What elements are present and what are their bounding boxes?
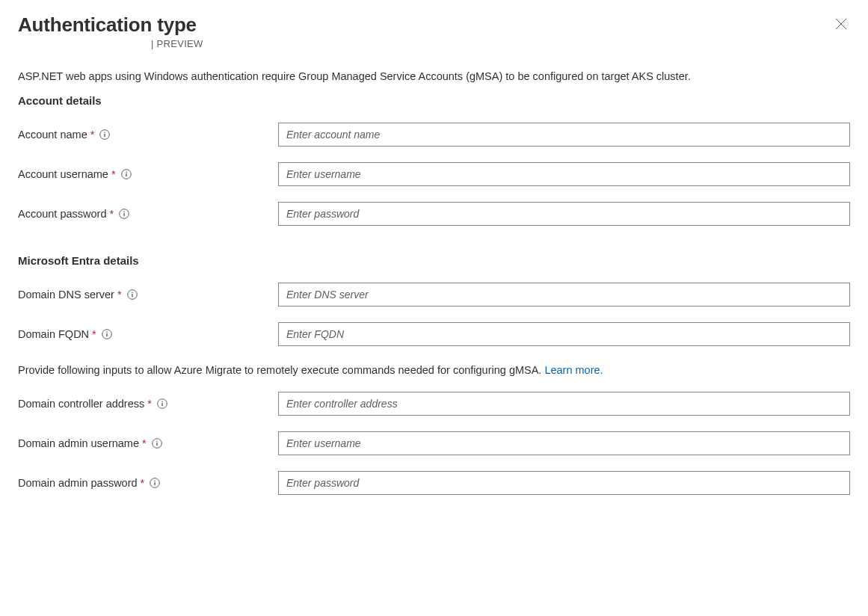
required-marker: * xyxy=(109,208,114,220)
info-icon[interactable] xyxy=(150,478,160,488)
required-marker: * xyxy=(90,129,95,141)
domain-dns-input[interactable] xyxy=(278,283,850,307)
svg-point-16 xyxy=(161,401,163,403)
domain-admin-username-input[interactable] xyxy=(278,431,850,455)
svg-point-22 xyxy=(154,481,156,482)
domain-admin-password-input[interactable] xyxy=(278,471,850,495)
label-account-username: Account username xyxy=(18,168,108,180)
label-account-name: Account name xyxy=(18,129,87,141)
info-icon[interactable] xyxy=(119,209,129,219)
domain-fqdn-input[interactable] xyxy=(278,322,850,346)
page-title: Authentication type xyxy=(18,13,203,37)
learn-more-link[interactable]: Learn more. xyxy=(544,364,603,376)
row-domain-admin-password: Domain admin password * xyxy=(18,471,850,495)
svg-point-10 xyxy=(132,292,133,294)
svg-rect-14 xyxy=(106,333,107,336)
label-domain-admin-password: Domain admin password xyxy=(18,477,138,489)
info-icon[interactable] xyxy=(152,438,162,449)
required-marker: * xyxy=(142,437,147,449)
svg-rect-23 xyxy=(155,482,156,485)
row-account-name: Account name * xyxy=(18,123,850,147)
row-domain-dns: Domain DNS server * xyxy=(18,283,850,307)
label-domain-fqdn: Domain FQDN xyxy=(18,328,89,340)
helper-text-body: Provide following inputs to allow Azure … xyxy=(18,364,544,376)
svg-rect-2 xyxy=(105,134,105,137)
domain-controller-input[interactable] xyxy=(278,392,850,416)
close-button[interactable] xyxy=(832,15,850,33)
section-title-entra: Microsoft Entra details xyxy=(18,254,850,267)
svg-rect-20 xyxy=(156,443,157,446)
required-marker: * xyxy=(147,398,152,410)
account-name-input[interactable] xyxy=(278,123,850,147)
helper-text: Provide following inputs to allow Azure … xyxy=(18,364,850,376)
required-marker: * xyxy=(111,168,116,180)
svg-point-7 xyxy=(123,212,125,213)
account-username-input[interactable] xyxy=(278,162,850,186)
info-icon[interactable] xyxy=(127,289,138,300)
svg-rect-8 xyxy=(123,213,124,216)
svg-rect-17 xyxy=(161,403,162,406)
svg-rect-11 xyxy=(132,294,132,297)
row-domain-admin-username: Domain admin username * xyxy=(18,431,850,455)
preview-badge: | PREVIEW xyxy=(151,38,203,49)
label-account-password: Account password xyxy=(18,208,106,220)
row-domain-controller: Domain controller address * xyxy=(18,392,850,416)
account-password-input[interactable] xyxy=(278,202,850,226)
required-marker: * xyxy=(141,477,145,489)
info-icon[interactable] xyxy=(121,169,132,179)
label-domain-dns: Domain DNS server xyxy=(18,289,114,301)
required-marker: * xyxy=(92,328,96,340)
info-icon[interactable] xyxy=(102,329,112,339)
info-icon[interactable] xyxy=(99,129,110,140)
svg-point-19 xyxy=(156,441,158,443)
row-account-password: Account password * xyxy=(18,202,850,226)
svg-point-13 xyxy=(106,332,108,333)
page-description: ASP.NET web apps using Windows authentic… xyxy=(18,69,850,84)
info-icon[interactable] xyxy=(157,398,167,409)
svg-point-4 xyxy=(126,172,127,173)
required-marker: * xyxy=(117,289,122,301)
row-domain-fqdn: Domain FQDN * xyxy=(18,322,850,346)
label-domain-controller: Domain controller address xyxy=(18,398,144,410)
label-domain-admin-username: Domain admin username xyxy=(18,437,139,449)
section-title-account: Account details xyxy=(18,94,850,107)
svg-rect-5 xyxy=(126,173,126,176)
row-account-username: Account username * xyxy=(18,162,850,186)
close-icon xyxy=(835,18,847,30)
svg-point-1 xyxy=(105,132,106,134)
